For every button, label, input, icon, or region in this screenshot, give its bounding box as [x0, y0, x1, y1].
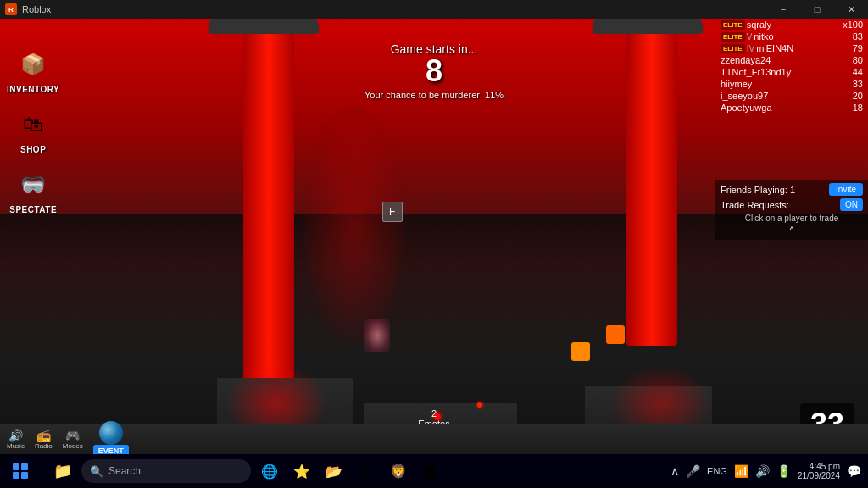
click-trade-text: Click on a player to trade [721, 214, 863, 223]
game-viewport: F Game starts in... 8 Your chance to be … [0, 19, 868, 454]
player-name-2: nitko [754, 31, 839, 42]
search-text: Search [108, 465, 141, 477]
taskbar-file-explorer[interactable]: 📁 [47, 456, 78, 486]
arrow-up-icon: ^ [721, 225, 863, 236]
taskbar-circle-icon[interactable]: ⬤ [415, 456, 446, 486]
other-player-2 [606, 325, 625, 344]
event-control[interactable]: EVENT [90, 421, 132, 454]
sidebar-item-spectate[interactable]: 🥽 SPECTATE [7, 164, 59, 214]
radio-control[interactable]: 📻 Radio [31, 429, 56, 450]
other-player-1 [571, 342, 590, 361]
elite-badge-1: ELITE [721, 20, 745, 30]
win-logo-q4 [21, 472, 28, 479]
chevron-up-icon[interactable]: ∧ [670, 464, 679, 478]
win-logo-q2 [21, 463, 28, 470]
win-logo-q3 [13, 472, 19, 479]
taskbar-pinned-apps: 📁 [47, 456, 78, 486]
roblox-ball-icon [99, 421, 123, 445]
player-name-1: sqraly [747, 19, 839, 30]
title-bar-controls[interactable]: − □ ✕ [766, 0, 868, 19]
player-score-2: 83 [839, 31, 863, 42]
battery-icon[interactable]: 🔋 [776, 464, 791, 478]
event-badge: EVENT [93, 445, 129, 454]
taskbar-right: ∧ 🎤 ENG 📶 🔊 🔋 4:45 pm 21/09/2024 💬 [670, 462, 868, 480]
modes-icon: 🎮 [65, 429, 80, 442]
friends-playing-row: Friends Playing: 1 Invite [721, 183, 863, 196]
player-score-6: 33 [839, 79, 863, 89]
pillar-right [626, 19, 677, 346]
player-name-4: zzendaya24 [721, 55, 839, 65]
player-score-7: 20 [839, 91, 863, 101]
pillar-left-cap [209, 19, 319, 34]
close-button[interactable]: ✕ [834, 0, 868, 19]
player-character [364, 319, 390, 352]
sidebar-item-shop[interactable]: 🛍 SHOP [7, 104, 59, 154]
music-control[interactable]: 🔊 Music [3, 429, 28, 450]
shop-icon: 🛍 [13, 104, 53, 145]
player-name-5: TTNot_Fr13nd1y [721, 67, 839, 77]
taskbar-grid-icon[interactable]: ⊞ [351, 456, 381, 486]
leaderboard-row-7: i_seeyou97 20 [715, 90, 868, 102]
elite-badge-3: ELITE [721, 44, 745, 53]
wifi-icon[interactable]: 📶 [734, 464, 748, 478]
title-bar-title: Roblox [22, 4, 51, 14]
taskbar-apps-row: 🌐 ⭐ 📂 ⊞ 🦁 ⬤ 🗂 [254, 456, 478, 486]
taskbar-search-bar[interactable]: 🔍 Search [81, 459, 251, 483]
taskbar-shield-icon[interactable]: 🦁 [383, 456, 414, 486]
invite-button[interactable]: Invite [829, 183, 863, 196]
emotes-number: 2 [418, 408, 449, 419]
pillar-right-cap [593, 19, 703, 34]
leaderboard-row-8: Apoetyuwga 18 [715, 102, 868, 114]
player-name-7: i_seeyou97 [721, 91, 839, 101]
start-button[interactable] [0, 454, 41, 488]
game-scene: F Game starts in... 8 Your chance to be … [0, 19, 868, 454]
player-name-8: Apoetyuwga [721, 103, 839, 113]
win-logo-q1 [13, 463, 19, 470]
player-score-8: 18 [839, 103, 863, 113]
leaderboard-row-2: ELITE V nitko 83 [715, 30, 868, 42]
leaderboard-panel: ELITE sqraly x100 ELITE V nitko 83 ELITE… [715, 19, 868, 114]
minimize-button[interactable]: − [766, 0, 800, 19]
taskbar-globe-icon[interactable]: 🌐 [254, 456, 285, 486]
murderer-chance-text: Your chance to be murderer: 11% [364, 90, 504, 100]
friends-playing-label: Friends Playing: 1 [721, 185, 795, 195]
taskbar-star-icon[interactable]: ⭐ [287, 456, 317, 486]
music-label: Music [7, 442, 25, 450]
taskbar: 📁 🔍 Search 🌐 ⭐ 📂 ⊞ 🦁 ⬤ 🗂 ∧ 🎤 ENG 📶 🔊 🔋 4… [0, 454, 868, 488]
taskbar-clock[interactable]: 4:45 pm 21/09/2024 [798, 462, 840, 480]
sidebar-item-inventory[interactable]: 📦 INVENTORY [7, 44, 59, 94]
player-score-3: 79 [839, 43, 863, 53]
leaderboard-row-5: TTNot_Fr13nd1y 44 [715, 66, 868, 78]
player-box-1 [571, 342, 590, 361]
game-starts-panel: Game starts in... 8 Your chance to be mu… [364, 42, 504, 100]
taskbar-app-icon[interactable]: 🗂 [448, 456, 478, 486]
app-icon: R [5, 3, 17, 15]
inventory-icon: 📦 [13, 44, 53, 85]
f-key-hint: F [382, 202, 403, 222]
maximize-button[interactable]: □ [800, 0, 834, 19]
trade-requests-label: Trade Requests: [721, 200, 789, 210]
inventory-label: INVENTORY [7, 85, 59, 94]
modes-label: Modes [63, 442, 83, 450]
mic-icon[interactable]: 🎤 [686, 464, 700, 478]
player-name-6: hiiymey [721, 79, 839, 89]
taskbar-folder-icon[interactable]: 📂 [319, 456, 349, 486]
character-body [364, 319, 390, 352]
notification-icon[interactable]: 💬 [847, 464, 861, 478]
modes-control[interactable]: 🎮 Modes [59, 429, 86, 450]
bottom-game-controls: 🔊 Music 📻 Radio 🎮 Modes EVENT [0, 424, 868, 454]
elite-badge-2: ELITE [721, 32, 745, 42]
spectate-label: SPECTATE [9, 205, 57, 214]
trade-toggle[interactable]: ON [840, 198, 863, 211]
volume-icon[interactable]: 🔊 [755, 464, 770, 478]
radio-label: Radio [35, 442, 53, 450]
title-bar-left: R Roblox [0, 3, 51, 15]
friends-trade-section: Friends Playing: 1 Invite Trade Requests… [715, 180, 868, 240]
language-indicator[interactable]: ENG [707, 466, 727, 476]
cylinder-glow [303, 106, 405, 343]
player-name-3: miEIN4N [756, 43, 839, 53]
player-box-2 [606, 325, 625, 344]
roman-2: V [747, 32, 753, 42]
left-sidebar: 📦 INVENTORY 🛍 SHOP 🥽 SPECTATE [7, 44, 59, 214]
leaderboard-row-6: hiiymey 33 [715, 78, 868, 90]
